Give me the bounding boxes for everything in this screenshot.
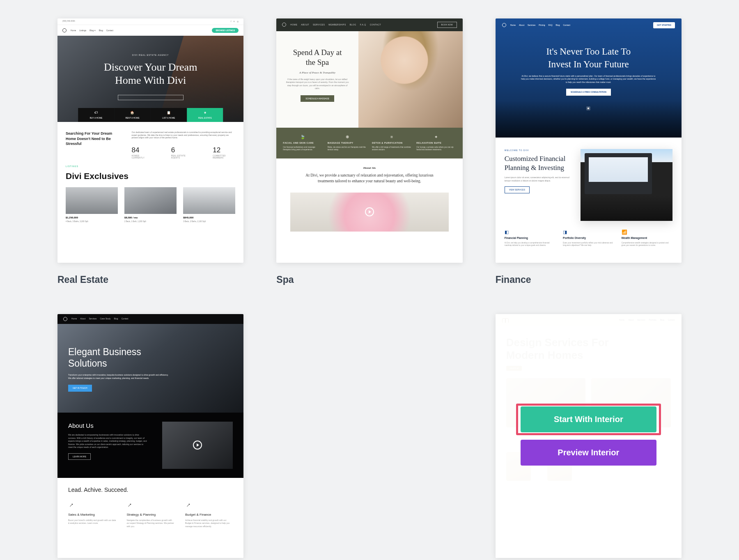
- flower-icon: ❋: [328, 134, 367, 140]
- arrow-icon: →: [124, 500, 135, 510]
- mid-body: Our dedicated team of experienced real e…: [132, 131, 236, 139]
- hero-title: It's Never Too Late ToInvest In Your Fut…: [520, 45, 657, 71]
- schedule-button: SCHEDULE A MASSAGE: [301, 95, 334, 102]
- social-icons: f✕◎: [231, 20, 239, 23]
- listing-image: [66, 187, 118, 214]
- nav-menu: HomeAboutServicesPricingFAQBlogContact: [510, 24, 570, 27]
- hero-image: [358, 31, 463, 128]
- video-preview: [290, 193, 448, 232]
- template-thumbnail: HomeAboutServicesCase StudyBlogContact E…: [57, 314, 243, 558]
- leaf-icon: 🍃: [283, 134, 322, 140]
- logo-icon: [502, 23, 506, 27]
- nav-menu: HOMEABOUTSERVICESMEMBERSHIPSBLOGF.A.QCON…: [290, 23, 381, 26]
- home-icon: 🏠: [116, 111, 149, 115]
- mid-heading: Searching For Your Dream Home Doesn't Ne…: [66, 131, 124, 159]
- preview-interior-button[interactable]: Preview Interior: [521, 440, 656, 466]
- about-body: At Divi, we provide a sanctuary of relax…: [301, 172, 438, 184]
- template-thumbnail: HomeAboutServicesPortfolioBlogContact De…: [496, 314, 682, 558]
- card-title: Spa: [276, 274, 462, 285]
- template-card-real-estate[interactable]: (555) 555-5555 f✕◎ Home Listings Blog ▾ …: [57, 18, 243, 285]
- play-icon: [365, 207, 374, 216]
- logo-icon: [282, 23, 286, 27]
- template-thumbnail: HOMEABOUTSERVICESMEMBERSHIPSBLOGF.A.QCON…: [276, 18, 462, 263]
- hero-title: Elegant BusinessSolutions: [68, 346, 233, 370]
- about-title: About Us: [68, 422, 154, 430]
- hero-title: Discover Your Dream Home With Divi: [57, 61, 243, 87]
- laptop-image: [581, 149, 672, 221]
- book-now-button: BOOK NOW: [437, 22, 457, 28]
- get-started-button: GET STARTED: [653, 22, 675, 28]
- portfolio-icon: ◨: [563, 229, 614, 235]
- hero-tabs: 🏷BUY A HOME 🏠RENT A HOME 📋LIST A HOME ★R…: [78, 108, 223, 122]
- start-with-interior-button[interactable]: Start With Interior: [521, 406, 656, 432]
- planning-icon: ◧: [505, 229, 555, 235]
- template-card-interior[interactable]: HomeAboutServicesPortfolioBlogContact De…: [496, 314, 682, 560]
- search-input: [118, 95, 184, 100]
- logo-icon: [63, 317, 67, 321]
- chart-icon: 📶: [622, 229, 672, 235]
- card-title: Real Estate: [57, 274, 243, 285]
- hero-body: At Divi, we believe that a secure financ…: [520, 75, 657, 84]
- template-card-spa[interactable]: HOMEABOUTSERVICESMEMBERSHIPSBLOGF.A.QCON…: [276, 18, 462, 285]
- sparkle-icon: ✦: [416, 134, 456, 140]
- card-title: Finance: [496, 274, 682, 285]
- hero-body: Transform your enterprise with innovativ…: [68, 374, 170, 380]
- about-image: [162, 422, 233, 469]
- hero-overline: DIVI REAL ESTATE AGENCY: [57, 54, 243, 57]
- browse-listings-button: BROWSE LISTINGS: [212, 28, 239, 33]
- consultation-button: SCHEDULE A FREE CONSULTATION: [566, 89, 611, 96]
- view-services-button: VIEW SERVICES: [505, 186, 530, 193]
- template-thumbnail: (555) 555-5555 f✕◎ Home Listings Blog ▾ …: [57, 18, 243, 263]
- section-overline: LISTINGS: [66, 165, 235, 168]
- template-grid: (555) 555-5555 f✕◎ Home Listings Blog ▾ …: [57, 18, 682, 560]
- section-title: Divi Exclusives: [66, 170, 235, 181]
- nav-menu: HomeAboutServicesCase StudyBlogContact: [71, 317, 129, 320]
- template-hover-overlay: Start With Interior Preview Interior: [496, 314, 682, 558]
- template-card-finance[interactable]: HomeAboutServicesPricingFAQBlogContact G…: [496, 18, 682, 285]
- listing-image: [124, 187, 177, 214]
- listing-image: [183, 187, 235, 214]
- phone-text: (555) 555-5555: [62, 20, 75, 23]
- nav-menu: Home Listings Blog ▾ Blog Contact: [71, 29, 113, 32]
- skyline-image: [496, 101, 682, 138]
- logo-icon: [62, 28, 67, 32]
- tag-icon: 🏷: [80, 111, 112, 115]
- star-icon: ★: [188, 111, 221, 115]
- arrow-icon: →: [66, 500, 77, 510]
- lines-icon: ≡: [372, 134, 411, 140]
- section-overline: WELCOME TO DIVI: [505, 149, 572, 152]
- lead-title: Lead. Achive. Succeed.: [68, 486, 233, 493]
- hero-body: If the cares of life weigh heavy upon yo…: [285, 78, 349, 90]
- play-icon: [193, 441, 202, 450]
- arrow-icon: →: [183, 500, 194, 510]
- section-body: Lorem ipsum dolor sit amet, consectetur …: [505, 176, 572, 182]
- template-card-corporate[interactable]: HomeAboutServicesCase StudyBlogContact E…: [57, 314, 243, 560]
- template-thumbnail: HomeAboutServicesPricingFAQBlogContact G…: [496, 18, 682, 263]
- hero-title: Spend A Day atthe Spa: [285, 48, 349, 68]
- list-icon: 📋: [152, 111, 185, 115]
- get-in-touch-button: GET IN TOUCH: [68, 385, 92, 392]
- section-title: Customized Financial Planning & Investin…: [505, 154, 572, 173]
- learn-more-button: LEARN MORE: [68, 453, 91, 460]
- about-title: About Us: [301, 167, 438, 170]
- hero-subtitle: A Place of Peace & Tranquility: [285, 71, 349, 75]
- about-body: We are dedicated to empowering businesse…: [68, 434, 147, 449]
